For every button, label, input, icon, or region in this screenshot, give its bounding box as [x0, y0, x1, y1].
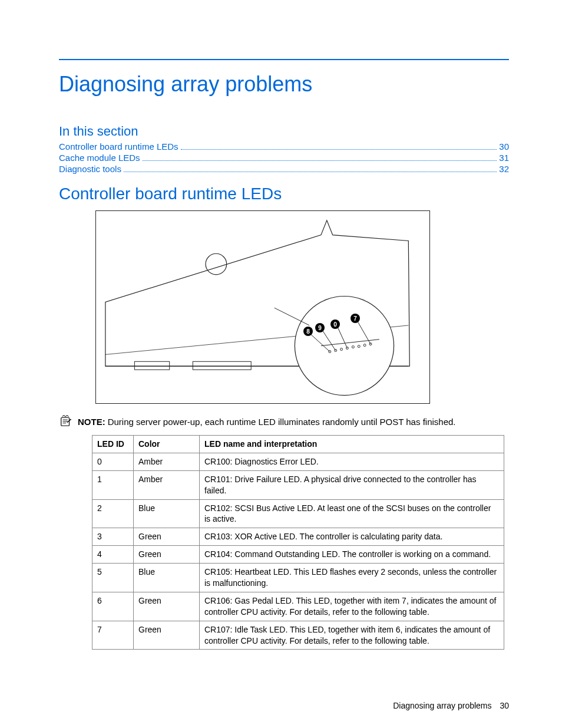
note-block: NOTE: During server power-up, each runti… — [59, 414, 509, 429]
cell-id: 0 — [92, 453, 134, 470]
table-row: 0 Amber CR100: Diagnostics Error LED. — [92, 453, 504, 470]
cell-desc: CR105: Heartbeat LED. This LED flashes e… — [200, 564, 504, 592]
cell-desc: CR104: Command Outstanding LED. The cont… — [200, 546, 504, 564]
toc-entry[interactable]: Diagnostic tools 32 — [59, 164, 509, 174]
cell-color: Blue — [134, 499, 200, 528]
toc-entry[interactable]: Controller board runtime LEDs 30 — [59, 141, 509, 151]
svg-point-11 — [358, 345, 360, 348]
toc-page: 32 — [499, 164, 509, 174]
cell-id: 1 — [92, 470, 134, 499]
cell-id: 2 — [92, 499, 134, 528]
cell-desc: CR102: SCSI Bus Active LED. At least one… — [200, 499, 504, 528]
toc-page: 30 — [499, 141, 509, 151]
cell-id: 3 — [92, 528, 134, 546]
footer-page-number: 30 — [500, 701, 509, 710]
page-footer: Diagnosing array problems 30 — [393, 701, 509, 710]
cell-desc: CR101: Drive Failure LED. A physical dri… — [200, 470, 504, 499]
svg-point-3 — [295, 296, 394, 395]
cell-id: 5 — [92, 564, 134, 592]
callout-0: 0 — [330, 319, 340, 329]
th-color: Color — [134, 436, 200, 453]
toc-label: Controller board runtime LEDs — [59, 141, 178, 151]
toc-entry[interactable]: Cache module LEDs 31 — [59, 153, 509, 163]
note-label: NOTE: — [78, 417, 105, 427]
controller-board-figure: 8 9 0 7 — [92, 207, 434, 407]
cell-id: 7 — [92, 621, 134, 650]
toc-leader-dots — [124, 166, 497, 173]
cell-desc: CR107: Idle Task LED. This LED, together… — [200, 621, 504, 650]
toc-page: 31 — [499, 153, 509, 163]
top-rule — [59, 59, 509, 60]
svg-point-0 — [206, 253, 227, 275]
cell-id: 4 — [92, 546, 134, 564]
table-row: 7 Green CR107: Idle Task LED. This LED, … — [92, 621, 504, 650]
cell-desc: CR100: Diagnostics Error LED. — [200, 453, 504, 470]
th-led-id: LED ID — [92, 436, 134, 453]
led-table: LED ID Color LED name and interpretation… — [92, 435, 504, 650]
table-row: 3 Green CR103: XOR Active LED. The contr… — [92, 528, 504, 546]
cell-color: Blue — [134, 564, 200, 592]
table-row: 6 Green CR106: Gas Pedal LED. This LED, … — [92, 592, 504, 621]
board-outline-svg — [100, 215, 426, 401]
section-heading: Controller board runtime LEDs — [59, 185, 509, 203]
cell-desc: CR103: XOR Active LED. The controller is… — [200, 528, 504, 546]
table-row: 2 Blue CR102: SCSI Bus Active LED. At le… — [92, 499, 504, 528]
toc-label: Diagnostic tools — [59, 164, 121, 174]
footer-section: Diagnosing array problems — [393, 701, 491, 710]
cell-color: Green — [134, 528, 200, 546]
cell-color: Amber — [134, 470, 200, 499]
cell-color: Green — [134, 592, 200, 621]
cell-color: Green — [134, 546, 200, 564]
cell-color: Amber — [134, 453, 200, 470]
svg-point-8 — [340, 348, 343, 351]
callout-8: 8 — [303, 327, 313, 336]
toc-leader-dots — [181, 144, 497, 150]
th-desc: LED name and interpretation — [200, 436, 504, 453]
svg-point-12 — [363, 344, 366, 347]
table-row: 5 Blue CR105: Heartbeat LED. This LED fl… — [92, 564, 504, 592]
callout-7: 7 — [351, 314, 360, 323]
table-row: 1 Amber CR101: Drive Failure LED. A phys… — [92, 470, 504, 499]
table-header-row: LED ID Color LED name and interpretation — [92, 436, 504, 453]
page-title: Diagnosing array problems — [59, 72, 509, 97]
in-this-section-heading: In this section — [59, 124, 509, 139]
svg-point-10 — [352, 346, 354, 348]
toc-leader-dots — [143, 155, 497, 162]
note-text: During server power-up, each runtime LED… — [108, 417, 456, 427]
cell-id: 6 — [92, 592, 134, 621]
table-row: 4 Green CR104: Command Outstanding LED. … — [92, 546, 504, 564]
svg-rect-1 — [134, 361, 169, 370]
toc-label: Cache module LEDs — [59, 153, 140, 163]
cell-color: Green — [134, 621, 200, 650]
cell-desc: CR106: Gas Pedal LED. This LED, together… — [200, 592, 504, 621]
svg-rect-2 — [193, 361, 251, 370]
callout-9: 9 — [315, 323, 325, 332]
note-icon — [59, 414, 74, 429]
